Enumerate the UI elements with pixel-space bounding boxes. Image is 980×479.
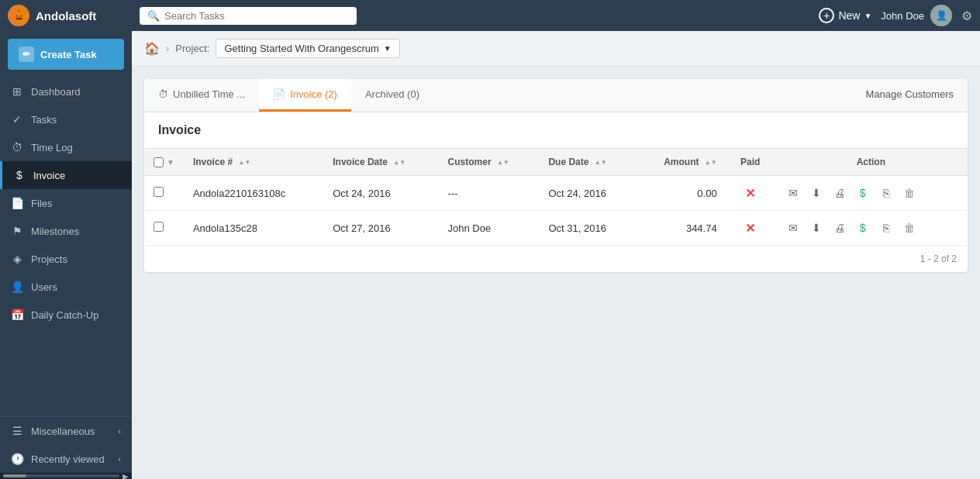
sidebar-item-label: Recently viewed (31, 453, 105, 465)
sidebar-item-users[interactable]: 👤 Users (0, 273, 132, 301)
dollar-icon[interactable]: $ (854, 184, 872, 202)
header-invoice-date[interactable]: Invoice Date ▲▼ (323, 149, 438, 176)
dollar-icon[interactable]: $ (854, 219, 872, 237)
copy-icon[interactable]: ⎘ (877, 219, 895, 237)
recentlyviewed-icon: 🕐 (11, 453, 23, 465)
delete-icon[interactable]: 🗑 (900, 219, 919, 237)
sidebar-item-tasks[interactable]: ✓ Tasks (0, 105, 132, 133)
sort-arrows-invoice: ▲▼ (239, 160, 251, 166)
header-action: Action (775, 149, 968, 176)
panel-card: ⏱ Unbilled Time ... 📄 Invoice (2) Archiv… (144, 79, 968, 272)
files-icon: 📄 (11, 197, 23, 209)
search-box[interactable]: 🔍 (140, 7, 357, 25)
table-row: Andola135c28 Oct 27, 2016 John Doe Oct 3… (144, 211, 968, 246)
sidebar-item-files[interactable]: 📄 Files (0, 189, 132, 217)
print-icon[interactable]: 🖨 (830, 219, 849, 237)
new-button[interactable]: + New ▼ (819, 8, 871, 23)
sidebar-item-label: Invoice (33, 170, 65, 181)
manage-customers-label: Manage Customers (866, 88, 954, 100)
download-icon[interactable]: ⬇ (807, 184, 826, 202)
sidebar-item-recentlyviewed[interactable]: 🕐 Recently viewed ‹ (0, 445, 132, 473)
sidebar-item-label: Projects (31, 253, 67, 265)
sidebar-item-label: Files (31, 198, 52, 209)
download-icon[interactable]: ⬇ (807, 219, 826, 237)
header-paid: Paid (726, 149, 775, 176)
header-amount[interactable]: Amount ▲▼ (636, 149, 726, 176)
email-icon[interactable]: ✉ (784, 219, 802, 237)
cell-invoice-num: Andola2210163108c (184, 176, 323, 211)
cell-invoice-date: Oct 24, 2016 (323, 176, 438, 211)
sort-arrows-date: ▲▼ (393, 160, 405, 166)
tab-label: Archived (0) (365, 88, 419, 100)
invoice-panel: ⏱ Unbilled Time ... 📄 Invoice (2) Archiv… (132, 67, 980, 479)
main-layout: ✏ Create Task ⊞ Dashboard ✓ Tasks ⏱ Time… (0, 31, 980, 479)
unbilledtime-tab-icon: ⏱ (158, 88, 168, 100)
tab-invoice[interactable]: 📄 Invoice (2) (259, 79, 351, 112)
content-area: 🏠 › Project: Getting Started With Orange… (132, 31, 980, 479)
table-row: Andola2210163108c Oct 24, 2016 --- Oct 2… (144, 176, 968, 211)
sidebar-item-milestones[interactable]: ⚑ Milestones (0, 217, 132, 245)
paid-x-icon: ✕ (745, 222, 755, 235)
sidebar-item-timelog[interactable]: ⏱ Time Log (0, 133, 132, 161)
home-icon[interactable]: 🏠 (144, 41, 160, 56)
copy-icon[interactable]: ⎘ (877, 184, 895, 202)
dropdown-arrow-icon: ▼ (384, 44, 392, 53)
logo-area: 🎃 Andolasoft (8, 5, 132, 26)
invoice-tab-icon: 📄 (273, 88, 285, 100)
action-icons: ✉ ⬇ 🖨 $ ⎘ 🗑 (784, 184, 958, 202)
delete-icon[interactable]: 🗑 (900, 184, 919, 202)
project-dropdown[interactable]: Getting Started With Orangescrum ▼ (216, 39, 399, 58)
cell-paid: ✕ (726, 211, 775, 246)
create-task-button[interactable]: ✏ Create Task (8, 39, 124, 70)
scrollbar-thumb[interactable] (3, 474, 26, 477)
search-input[interactable] (164, 10, 349, 22)
create-task-label: Create Task (40, 49, 97, 60)
row-checkbox-0[interactable] (154, 187, 164, 197)
sidebar-item-label: Milestones (31, 226, 79, 237)
cell-customer: John Doe (439, 211, 540, 246)
email-icon[interactable]: ✉ (784, 184, 802, 202)
row-checkbox-1[interactable] (154, 222, 164, 232)
pagination-info: 1 - 2 of 2 (144, 246, 968, 272)
milestones-icon: ⚑ (11, 225, 23, 237)
header-due-date[interactable]: Due Date ▲▼ (539, 149, 636, 176)
breadcrumb-separator: › (166, 43, 169, 54)
sidebar-item-projects[interactable]: ◈ Projects (0, 245, 132, 273)
select-all-checkbox[interactable] (154, 157, 164, 167)
scroll-right-icon[interactable]: ▶ (122, 472, 129, 480)
manage-customers-button[interactable]: Manage Customers (852, 79, 968, 112)
tab-unbilledtime[interactable]: ⏱ Unbilled Time ... (144, 79, 259, 112)
chevron-left-icon-2: ‹ (118, 454, 121, 463)
scrollbar-area: ▶ (0, 473, 132, 479)
header-invoice-num[interactable]: Invoice # ▲▼ (184, 149, 323, 176)
gear-icon[interactable]: ⚙ (961, 9, 972, 23)
sort-arrows-duedate: ▲▼ (595, 160, 607, 166)
miscellaneous-icon: ☰ (11, 425, 23, 437)
header-customer[interactable]: Customer ▲▼ (439, 149, 540, 176)
chevron-down-icon: ▼ (864, 12, 871, 20)
plus-circle-icon: + (819, 8, 834, 23)
sidebar-item-dailycatchup[interactable]: 📅 Daily Catch-Up (0, 301, 132, 329)
cell-invoice-num: Andola135c28 (184, 211, 323, 246)
breadcrumb: 🏠 › Project: Getting Started With Orange… (132, 31, 980, 67)
dashboard-icon: ⊞ (11, 85, 23, 98)
tab-archived[interactable]: Archived (0) (351, 79, 433, 112)
sort-arrows-customer: ▲▼ (497, 160, 509, 166)
logo-icon: 🎃 (8, 5, 29, 26)
create-task-icon: ✏ (19, 47, 34, 62)
app-name: Andolasoft (36, 9, 96, 22)
users-icon: 👤 (11, 281, 23, 293)
print-icon[interactable]: 🖨 (830, 184, 849, 202)
dailycatchup-icon: 📅 (11, 308, 23, 321)
cell-action: ✉ ⬇ 🖨 $ ⎘ 🗑 (775, 176, 968, 211)
invoice-table: ▼ Invoice # ▲▼ Invoice Date ▲▼ Customer … (144, 148, 968, 246)
sidebar-item-invoice[interactable]: $ Invoice (0, 161, 132, 189)
cell-due-date: Oct 31, 2016 (539, 211, 636, 246)
sidebar-item-dashboard[interactable]: ⊞ Dashboard (0, 78, 132, 105)
project-name: Getting Started With Orangescrum (224, 43, 378, 54)
sidebar: ✏ Create Task ⊞ Dashboard ✓ Tasks ⏱ Time… (0, 31, 132, 479)
cell-amount: 0.00 (636, 176, 726, 211)
sort-dropdown-icon[interactable]: ▼ (167, 158, 174, 167)
sidebar-item-label: Dashboard (31, 86, 81, 98)
sidebar-item-miscellaneous[interactable]: ☰ Miscellaneous ‹ (0, 417, 132, 445)
